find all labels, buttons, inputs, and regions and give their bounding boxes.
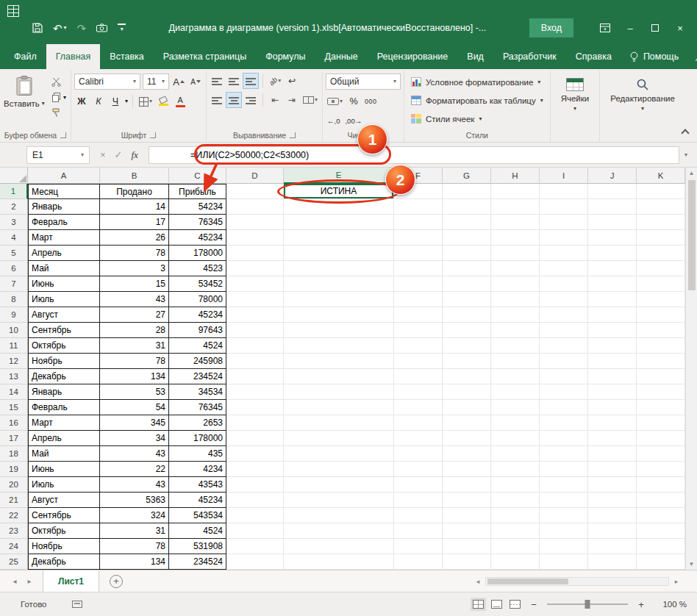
undo-button[interactable]: ↶▾ xyxy=(53,23,67,34)
column-header-E[interactable]: E xyxy=(284,168,394,184)
cell-K25[interactable] xyxy=(637,554,685,570)
wrap-text-button[interactable]: ↩ xyxy=(285,74,299,88)
cell-F7[interactable] xyxy=(394,276,443,292)
cell-J8[interactable] xyxy=(588,292,637,307)
cell-E16[interactable] xyxy=(284,415,394,431)
cell-C10[interactable]: 97643 xyxy=(169,323,226,338)
cell-C20[interactable]: 43543 xyxy=(169,477,226,493)
cell-D5[interactable] xyxy=(226,246,284,261)
cell-E23[interactable] xyxy=(284,523,394,539)
cell-A6[interactable]: Май xyxy=(28,261,100,276)
align-bottom-button[interactable] xyxy=(243,74,258,88)
cancel-entry-button[interactable]: × xyxy=(100,149,106,160)
font-color-button[interactable]: А xyxy=(173,94,187,109)
font-size-select[interactable]: 11▾ xyxy=(143,74,169,90)
cell-D23[interactable] xyxy=(226,523,284,539)
camera-button[interactable] xyxy=(96,24,107,32)
row-header-14[interactable]: 14 xyxy=(0,384,28,400)
cell-I10[interactable] xyxy=(540,323,588,338)
zoom-out-button[interactable]: − xyxy=(528,599,540,610)
cell-H1[interactable] xyxy=(491,184,540,199)
cell-A19[interactable]: Июнь xyxy=(28,462,100,477)
cell-F23[interactable] xyxy=(394,523,443,539)
cell-E6[interactable] xyxy=(284,261,394,276)
column-header-C[interactable]: C xyxy=(169,168,226,184)
cell-A1[interactable]: Месяц xyxy=(28,184,100,199)
scroll-right-button[interactable]: ▸ xyxy=(671,578,682,585)
cell-K21[interactable] xyxy=(637,493,685,508)
cell-D19[interactable] xyxy=(226,462,284,477)
cell-C14[interactable]: 34534 xyxy=(169,384,226,400)
cell-J1[interactable] xyxy=(588,184,637,199)
cell-C1[interactable]: Прибыль xyxy=(169,184,226,199)
row-header-22[interactable]: 22 xyxy=(0,508,28,523)
row-header-1[interactable]: 1 xyxy=(0,184,28,199)
cell-E24[interactable] xyxy=(284,539,394,554)
cell-I19[interactable] xyxy=(540,462,588,477)
row-header-23[interactable]: 23 xyxy=(0,523,28,539)
cell-A25[interactable]: Декабрь xyxy=(28,554,100,570)
cell-D12[interactable] xyxy=(226,354,284,369)
cell-K9[interactable] xyxy=(637,307,685,323)
cell-H23[interactable] xyxy=(491,523,540,539)
cell-J11[interactable] xyxy=(588,338,637,354)
cell-B14[interactable]: 53 xyxy=(100,384,169,400)
customize-quick-access-button[interactable]: ▾ xyxy=(118,24,126,32)
cell-E20[interactable] xyxy=(284,477,394,493)
cell-D10[interactable] xyxy=(226,323,284,338)
cell-F16[interactable] xyxy=(394,415,443,431)
cell-I11[interactable] xyxy=(540,338,588,354)
horizontal-scrollbar[interactable]: ◂ ▸ xyxy=(472,577,682,586)
cell-F21[interactable] xyxy=(394,493,443,508)
cell-G7[interactable] xyxy=(443,276,491,292)
ribbon-tab[interactable]: Файл xyxy=(4,44,46,69)
borders-button[interactable]: ▾ xyxy=(137,94,154,109)
cell-I2[interactable] xyxy=(540,199,588,215)
column-header-B[interactable]: B xyxy=(100,168,169,184)
scroll-up-button[interactable]: ▲ xyxy=(689,170,695,176)
ribbon-tab[interactable]: Вид xyxy=(457,44,493,69)
cell-H14[interactable] xyxy=(491,384,540,400)
column-header-G[interactable]: G xyxy=(443,168,491,184)
cell-C11[interactable]: 4524 xyxy=(169,338,226,354)
cell-J25[interactable] xyxy=(588,554,637,570)
cell-D6[interactable] xyxy=(226,261,284,276)
cell-G22[interactable] xyxy=(443,508,491,523)
row-header-8[interactable]: 8 xyxy=(0,292,28,307)
cell-H16[interactable] xyxy=(491,415,540,431)
orientation-button[interactable]: ab▾ xyxy=(268,74,282,88)
cell-F10[interactable] xyxy=(394,323,443,338)
cell-J6[interactable] xyxy=(588,261,637,276)
vertical-scroll-thumb[interactable] xyxy=(688,180,696,290)
cell-F11[interactable] xyxy=(394,338,443,354)
cell-B13[interactable]: 134 xyxy=(100,369,169,384)
cell-H2[interactable] xyxy=(491,199,540,215)
cell-B2[interactable]: 14 xyxy=(100,199,169,215)
cell-A3[interactable]: Февраль xyxy=(28,215,100,230)
format-painter-button[interactable] xyxy=(51,108,66,118)
cell-B16[interactable]: 345 xyxy=(100,415,169,431)
cell-A17[interactable]: Апрель xyxy=(28,431,100,446)
cell-G23[interactable] xyxy=(443,523,491,539)
row-header-13[interactable]: 13 xyxy=(0,369,28,384)
cell-H6[interactable] xyxy=(491,261,540,276)
clipboard-dialog-launcher-icon[interactable] xyxy=(60,132,66,138)
cell-D25[interactable] xyxy=(226,554,284,570)
save-button[interactable] xyxy=(32,23,43,33)
cell-H7[interactable] xyxy=(491,276,540,292)
column-header-H[interactable]: H xyxy=(491,168,540,184)
cell-B10[interactable]: 28 xyxy=(100,323,169,338)
cell-B25[interactable]: 134 xyxy=(100,554,169,570)
alignment-dialog-launcher-icon[interactable] xyxy=(290,132,296,138)
cell-G19[interactable] xyxy=(443,462,491,477)
cell-A20[interactable]: Июль xyxy=(28,477,100,493)
cell-D20[interactable] xyxy=(226,477,284,493)
cell-I20[interactable] xyxy=(540,477,588,493)
cell-I6[interactable] xyxy=(540,261,588,276)
cell-K12[interactable] xyxy=(637,354,685,369)
row-header-25[interactable]: 25 xyxy=(0,554,28,570)
cell-styles-button[interactable]: Стили ячеек▾ xyxy=(407,110,547,127)
cell-B8[interactable]: 43 xyxy=(100,292,169,307)
cell-K14[interactable] xyxy=(637,384,685,400)
cell-A5[interactable]: Апрель xyxy=(28,246,100,261)
